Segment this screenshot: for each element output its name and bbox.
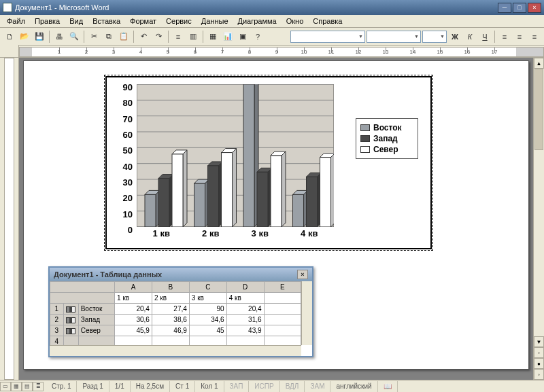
datasheet-window[interactable]: Документ1 - Таблица данных × ABCDE1 кв2 …: [48, 266, 313, 357]
datasheet-grid[interactable]: ABCDE1 кв2 кв3 кв4 кв1Восток20,427,49020…: [50, 281, 301, 345]
data-cell[interactable]: [226, 336, 264, 346]
status-book-icon[interactable]: 📖: [378, 381, 398, 392]
datasheet-scrollbar-h[interactable]: [50, 345, 301, 356]
chart-area-combo[interactable]: ▼: [290, 31, 365, 43]
row-header[interactable]: 4: [50, 336, 64, 346]
data-cell[interactable]: 20,4: [115, 304, 152, 315]
data-cell[interactable]: [264, 304, 301, 315]
data-cell[interactable]: [115, 336, 152, 346]
chart-object[interactable]: 0102030405060708090 1 кв2 кв3 кв4 кв Вос…: [105, 76, 432, 249]
redo-button[interactable]: ↷: [152, 30, 165, 43]
menu-Вставка[interactable]: Вставка: [88, 16, 124, 26]
normal-view-button[interactable]: ▭: [0, 382, 11, 391]
maximize-button[interactable]: □: [513, 3, 526, 13]
underline-button[interactable]: Ч: [478, 30, 492, 43]
series-icon-cell[interactable]: [63, 315, 78, 325]
data-cell[interactable]: 45,9: [115, 325, 152, 336]
italic-button[interactable]: К: [463, 30, 477, 43]
chart-type-button[interactable]: 📊: [221, 30, 235, 43]
row-header[interactable]: 3: [50, 325, 64, 336]
paste-button[interactable]: 📋: [117, 30, 131, 43]
help-button[interactable]: ?: [251, 30, 265, 43]
legend-item[interactable]: Восток: [360, 123, 413, 132]
save-button[interactable]: 💾: [33, 30, 46, 43]
undo-button[interactable]: ↶: [137, 30, 150, 43]
menu-Окно[interactable]: Окно: [282, 16, 308, 26]
scroll-thumb[interactable]: [534, 69, 543, 150]
data-cell[interactable]: 20,4: [226, 304, 264, 315]
preview-button[interactable]: 🔍: [67, 30, 81, 43]
data-cell[interactable]: [264, 325, 301, 336]
col-header[interactable]: C: [189, 282, 226, 293]
series-name-cell[interactable]: Восток: [78, 304, 114, 315]
data-cell[interactable]: [189, 336, 226, 346]
browse-object-button[interactable]: ●: [534, 358, 544, 369]
col-header[interactable]: B: [152, 282, 189, 293]
menu-Диаграмма[interactable]: Диаграмма: [234, 16, 281, 26]
data-cell[interactable]: 34,6: [189, 315, 226, 325]
print-view-button[interactable]: ▤: [22, 382, 33, 391]
data-cell[interactable]: 46,9: [152, 325, 189, 336]
data-cell[interactable]: 90: [189, 304, 226, 315]
series-name-cell[interactable]: [78, 336, 114, 346]
category-header-cell[interactable]: 4 кв: [226, 293, 264, 304]
series-name-cell[interactable]: Запад: [78, 315, 114, 325]
cut-button[interactable]: ✂: [87, 30, 101, 43]
menu-Правка[interactable]: Правка: [31, 16, 64, 26]
scroll-up-button[interactable]: ▲: [534, 58, 544, 69]
table-button[interactable]: ▦: [206, 30, 220, 43]
data-cell[interactable]: 30,6: [115, 315, 152, 325]
vertical-ruler[interactable]: [0, 58, 19, 380]
col-header[interactable]: A: [115, 282, 152, 293]
datasheet-close-button[interactable]: ×: [297, 270, 308, 279]
copy-button[interactable]: ⧉: [102, 30, 116, 43]
category-header-cell[interactable]: 1 кв: [115, 293, 152, 304]
data-cell[interactable]: 31,6: [226, 315, 264, 325]
fill-color-button[interactable]: ▣: [236, 30, 250, 43]
data-cell[interactable]: 38,6: [152, 315, 189, 325]
open-button[interactable]: 📂: [18, 30, 31, 43]
data-cell[interactable]: [264, 315, 301, 325]
menu-Данные[interactable]: Данные: [197, 16, 233, 26]
legend-item[interactable]: Север: [360, 145, 413, 154]
status-language[interactable]: английский: [330, 381, 377, 392]
new-doc-button[interactable]: 🗋: [3, 30, 16, 43]
data-cell[interactable]: 45: [189, 325, 226, 336]
data-cell[interactable]: 43,9: [226, 325, 264, 336]
print-button[interactable]: 🖶: [52, 30, 66, 43]
row-header[interactable]: 1: [50, 304, 64, 315]
fontsize-combo[interactable]: ▼: [422, 31, 447, 43]
category-header-cell[interactable]: 2 кв: [152, 293, 189, 304]
menu-Справка[interactable]: Справка: [309, 16, 346, 26]
align-center-button[interactable]: ≡: [513, 30, 526, 43]
bold-button[interactable]: Ж: [448, 30, 462, 43]
web-view-button[interactable]: ▦: [11, 382, 22, 391]
col-header[interactable]: E: [264, 282, 301, 293]
series-name-cell[interactable]: Север: [78, 325, 114, 336]
align-left-button[interactable]: ≡: [498, 30, 511, 43]
datasheet-scrollbar-v[interactable]: [301, 281, 312, 345]
category-header-cell[interactable]: 3 кв: [189, 293, 226, 304]
menu-Файл[interactable]: Файл: [3, 16, 29, 26]
chart-legend[interactable]: ВостокЗападСевер: [356, 118, 418, 159]
series-icon-cell[interactable]: [63, 336, 78, 346]
data-cell[interactable]: [152, 336, 189, 346]
menu-Сервис[interactable]: Сервис: [162, 16, 196, 26]
font-combo[interactable]: ▼: [367, 31, 421, 43]
scroll-down-button[interactable]: ▼: [534, 336, 544, 347]
chart-by-col-button[interactable]: ▥: [186, 30, 200, 43]
row-header[interactable]: 2: [50, 315, 64, 325]
series-icon-cell[interactable]: [63, 325, 78, 336]
data-cell[interactable]: 27,4: [152, 304, 189, 315]
vertical-scrollbar[interactable]: ▲ ▼ ◦ ● ◦: [533, 58, 544, 380]
col-header[interactable]: D: [226, 282, 264, 293]
prev-page-button[interactable]: ◦: [534, 347, 544, 358]
datasheet-titlebar[interactable]: Документ1 - Таблица данных ×: [50, 268, 312, 281]
align-right-button[interactable]: ≡: [528, 30, 541, 43]
data-cell[interactable]: [264, 336, 301, 346]
horizontal-ruler[interactable]: 1234567891011121314151617: [19, 47, 544, 57]
series-icon-cell[interactable]: [63, 304, 78, 315]
next-page-button[interactable]: ◦: [534, 369, 544, 380]
legend-item[interactable]: Запад: [360, 134, 413, 143]
menu-Формат[interactable]: Формат: [126, 16, 160, 26]
